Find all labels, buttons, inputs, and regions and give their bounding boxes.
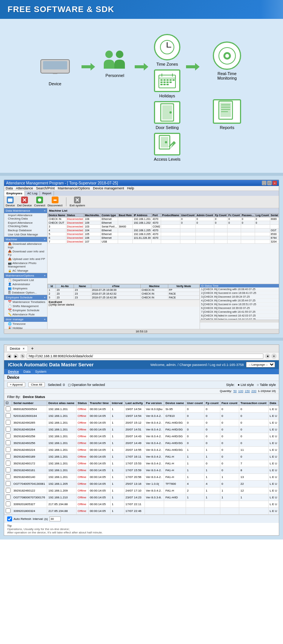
- tab-report[interactable]: Report: [40, 191, 54, 196]
- table-row[interactable]: OGT708006707300176192.168.1.210Offline00…: [5, 494, 279, 501]
- sidebar-header-data-maintenance[interactable]: Data Maintenance×: [4, 208, 47, 213]
- col-data[interactable]: Data: [268, 401, 278, 406]
- table-row[interactable]: 3929182460224192.168.1.201Offline00:00:1…: [5, 447, 279, 453]
- new-tab-btn[interactable]: +: [29, 346, 35, 351]
- toolbar-connect-btn[interactable]: Connect: [34, 197, 45, 207]
- tab-ac-log[interactable]: AC Log: [25, 191, 40, 196]
- star-btn[interactable]: ★: [265, 354, 270, 359]
- toolbar-del-device-btn[interactable]: Del Device: [17, 197, 32, 207]
- table-row[interactable]: 3929182460258192.168.1.201Offline00:00:1…: [5, 433, 279, 440]
- sidebar-item-emp-schedule[interactable]: 📆 Employee Schedule: [4, 308, 47, 312]
- sidebar-header-machine[interactable]: Machine×: [4, 237, 47, 242]
- table-style-option[interactable]: ○ Table style: [257, 383, 276, 387]
- sidebar-item-ac-manage[interactable]: 🔒 AC Manage: [4, 269, 47, 273]
- nav-device[interactable]: Device: [8, 370, 19, 373]
- table-row[interactable]: 3929182460140192.168.1.201Offline00:00:1…: [5, 474, 279, 481]
- col-serial-num[interactable]: Serial number: [12, 401, 47, 406]
- sidebar-item-holiday[interactable]: 🎉 Holiday: [4, 326, 47, 329]
- table-row[interactable]: 223232018-07-25 16:42:32CHECK INFACE: [48, 292, 200, 296]
- toolbar-device-btn[interactable]: Device: [6, 197, 15, 207]
- minimize-btn[interactable]: _: [262, 181, 266, 185]
- event-scrollbar[interactable]: [200, 320, 279, 323]
- qty-200[interactable]: 200: [251, 389, 256, 393]
- table-row[interactable]: 3399201805327217.65.194.88Offline00:00:1…: [5, 501, 279, 508]
- sidebar-item-download-logs[interactable]: 📥 Download attendance logs: [4, 242, 47, 249]
- table-row[interactable]: 5Disconnected105Ethernet192.168.0.205437…: [48, 232, 279, 236]
- col-face-count[interactable]: Face count: [220, 401, 239, 406]
- sidebar-item-shifts[interactable]: 🕐 Shifts Management: [4, 304, 47, 308]
- toolbar-exit-btn[interactable]: Exit system: [70, 197, 85, 207]
- table-row[interactable]: 3Disconnected103Serial Port/...38400COM2: [48, 225, 279, 229]
- language-select[interactable]: -- Language --: [246, 362, 275, 367]
- sidebar-item-timetables[interactable]: 📅 Maintenance Timetables: [4, 300, 47, 304]
- qty-50[interactable]: 50: [233, 389, 237, 393]
- table-row[interactable]: 123232018-07-25 16:08:39CHECK INFP: [48, 288, 200, 292]
- table-row[interactable]: 3929182460122192.168.1.209Offline00:00:1…: [5, 487, 279, 494]
- menu-help[interactable]: Help: [127, 186, 134, 190]
- sidebar-item-administrator[interactable]: 👤 Administrator: [4, 282, 47, 286]
- maximize-btn[interactable]: □: [267, 181, 272, 185]
- table-row[interactable]: 3929182460256192.168.1.201Offline00:00:1…: [5, 440, 279, 447]
- back-btn[interactable]: ◀: [6, 354, 12, 359]
- forward-btn[interactable]: ▶: [13, 354, 18, 359]
- menu-btn[interactable]: ≡: [271, 354, 277, 359]
- auto-refresh-label[interactable]: Auto Refresh Interval: (s): [7, 516, 276, 521]
- interval-input[interactable]: [49, 516, 61, 521]
- col-trans-count[interactable]: Transaction count: [239, 401, 268, 406]
- sidebar-item-dept-list[interactable]: 📋 Department List: [4, 278, 47, 282]
- sidebar-item-backup-db[interactable]: Backup Database: [4, 228, 47, 232]
- table-row[interactable]: 3929182460264192.168.1.201Offline00:00:1…: [5, 426, 279, 433]
- sidebar-item-export-attendance[interactable]: Export Attendance Checking Data: [4, 221, 47, 228]
- sidebar-item-employees[interactable]: 👥 Employees: [4, 286, 47, 290]
- append-btn[interactable]: + Append: [7, 382, 25, 387]
- col-transfer[interactable]: Transfer time: [88, 401, 110, 406]
- menu-attendance[interactable]: Attendance: [16, 186, 33, 190]
- clear-all-btn[interactable]: Clear All: [28, 382, 45, 387]
- url-bar[interactable]: http://192.168.1.88:8082/iclock/data/Icl…: [27, 354, 263, 359]
- table-row[interactable]: 4Disconnected104Ethernet192.168.1.205437…: [48, 229, 279, 232]
- col-fp-count[interactable]: Fp count: [205, 401, 220, 406]
- nav-system[interactable]: System: [35, 370, 46, 373]
- sidebar-header-maintenance[interactable]: Maintenance/Options×: [4, 273, 47, 278]
- browser-tab[interactable]: Device ×: [6, 346, 28, 351]
- sidebar-item-db-option[interactable]: 🗄 Database Option...: [4, 290, 47, 295]
- sidebar-header-door-manage[interactable]: door manage×: [4, 317, 47, 322]
- auto-refresh-checkbox[interactable]: [7, 516, 12, 521]
- table-row[interactable]: 66691825000504192.168.1.201Offline00:00:…: [5, 406, 279, 413]
- list-style-option[interactable]: ● List style: [238, 383, 254, 387]
- sidebar-item-download-user-fp[interactable]: 📥 Download user info and Fp: [4, 249, 47, 257]
- toolbar-disconnect-btn[interactable]: Disconnect: [48, 197, 63, 207]
- menu-data[interactable]: Data: [6, 186, 13, 190]
- sidebar-item-import-attendance[interactable]: Import Attendance Checking Data: [4, 213, 47, 221]
- close-btn[interactable]: ×: [272, 181, 277, 185]
- col-fw-version[interactable]: Fw version: [145, 401, 164, 406]
- table-row[interactable]: 7Disconnected107USB3204: [48, 240, 279, 244]
- table-row[interactable]: 323232018-07-25 16:42:36CHECK INFACE: [48, 296, 200, 300]
- menu-maintenance[interactable]: Maintenance/Options: [58, 186, 90, 190]
- menu-device-mgmt[interactable]: Device management: [93, 186, 124, 190]
- sidebar-header-emp-schedule[interactable]: Employee Schedule×: [4, 295, 47, 300]
- sidebar-item-timezone[interactable]: 🌐 Timezone: [4, 322, 47, 326]
- qty-150[interactable]: 150: [245, 389, 250, 393]
- col-interval[interactable]: Interval: [111, 401, 124, 406]
- tab-employees[interactable]: Employees: [4, 191, 25, 196]
- table-row[interactable]: 6Disconnected106Ethernet101.81.228.39437…: [48, 236, 279, 240]
- table-row[interactable]: 3929182460189192.168.1.201Offline00:00:1…: [5, 453, 279, 460]
- table-row[interactable]: 3929182460172192.168.1.201Offline00:00:1…: [5, 460, 279, 467]
- table-row[interactable]: 52031822600184192.168.1.201Offline00:00:…: [5, 413, 279, 420]
- refresh-btn[interactable]: ↻: [20, 354, 25, 359]
- sidebar-item-attendance-photo[interactable]: 📷 Attendance Photo Management: [4, 261, 47, 269]
- sidebar-item-attendance-rule[interactable]: 📏 Attendance Rule: [4, 312, 47, 317]
- table-row[interactable]: OGT704005704130081192.168.1.205Offline00…: [5, 481, 279, 487]
- col-last-activity[interactable]: Last activity: [124, 401, 145, 406]
- nav-data[interactable]: Data: [23, 370, 31, 373]
- col-alias[interactable]: Device alias name: [47, 401, 76, 406]
- table-row[interactable]: 3929182460161192.168.1.201Offline00:00:1…: [5, 467, 279, 474]
- table-row[interactable]: CHECK INDisconnected108Ethernet192.168.1…: [48, 217, 279, 221]
- sidebar-item-usb-disk[interactable]: Use Usb Disk Manage: [4, 232, 47, 237]
- col-device-name[interactable]: Device name: [164, 401, 186, 406]
- qty-100[interactable]: 100: [238, 389, 243, 393]
- table-row[interactable]: CHECK OUTDisconnected109Ethernet192.168.…: [48, 221, 279, 225]
- menu-search-print[interactable]: Search/Print: [36, 186, 55, 190]
- table-row[interactable]: 3929182490265192.168.1.201Offline00:00:1…: [5, 420, 279, 426]
